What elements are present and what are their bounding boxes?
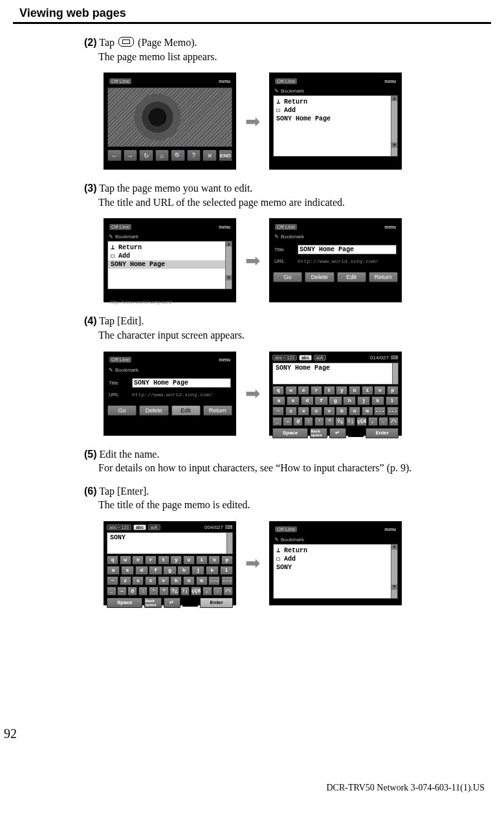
- key[interactable]: y: [336, 386, 347, 395]
- mode-toggle[interactable]: abc↔123: [272, 355, 297, 361]
- key[interactable]: w: [120, 555, 131, 565]
- key[interactable]: z: [120, 576, 131, 585]
- list-item[interactable]: SONY Home Page: [276, 115, 395, 123]
- key[interactable]: a: [107, 566, 120, 575]
- key[interactable]: /\: [389, 417, 399, 426]
- help-icon[interactable]: ?: [187, 150, 201, 161]
- key[interactable]: ---: [374, 407, 386, 416]
- key[interactable]: :: [138, 587, 148, 596]
- list-item[interactable]: ◻ Add: [276, 555, 395, 563]
- key[interactable]: o: [208, 555, 220, 565]
- delete-button[interactable]: Delete: [305, 272, 334, 282]
- key[interactable]: m: [196, 576, 208, 585]
- key[interactable]: t: [323, 386, 335, 395]
- key[interactable]: :: [304, 417, 314, 426]
- edit-button[interactable]: Edit: [337, 272, 366, 282]
- key[interactable]: k: [371, 396, 384, 405]
- key[interactable]: k: [206, 566, 219, 575]
- key[interactable]: g: [163, 566, 176, 575]
- close-icon[interactable]: ✕: [203, 150, 217, 161]
- key[interactable]: ~: [107, 576, 118, 585]
- key[interactable]: çÇß: [356, 417, 367, 426]
- key[interactable]: q: [272, 386, 284, 395]
- mode-abc[interactable]: abc: [133, 524, 146, 530]
- list-item[interactable]: SONY: [276, 563, 395, 572]
- key[interactable]: s: [287, 396, 300, 405]
- key[interactable]: l: [386, 396, 399, 405]
- key[interactable]: y: [170, 555, 182, 565]
- key[interactable]: /\: [223, 587, 233, 596]
- key[interactable]: ": [159, 587, 169, 596]
- go-button[interactable]: Go: [273, 272, 302, 282]
- key[interactable]: n: [349, 407, 360, 416]
- space-key[interactable]: Space: [272, 428, 308, 438]
- key[interactable]: i: [196, 555, 208, 565]
- key[interactable]: v: [323, 407, 335, 416]
- key[interactable]: x: [298, 407, 309, 416]
- key[interactable]: x: [132, 576, 144, 585]
- key[interactable]: ': [149, 587, 159, 596]
- key[interactable]: ': [314, 417, 324, 426]
- edit-button[interactable]: Edit: [171, 405, 201, 416]
- home-icon[interactable]: ⌂: [155, 150, 170, 161]
- key[interactable]: ,: [368, 417, 378, 426]
- search-icon[interactable]: 🔍: [171, 150, 185, 161]
- key[interactable]: u: [349, 386, 360, 395]
- list-item[interactable]: ⟂ Return: [111, 243, 229, 252]
- key[interactable]: ": [325, 417, 334, 426]
- end-button[interactable]: END: [219, 150, 233, 161]
- backspace-key[interactable]: Back space: [144, 598, 161, 608]
- key[interactable]: @: [127, 587, 137, 596]
- go-button[interactable]: Go: [107, 405, 137, 416]
- list-item[interactable]: ⟂ Return: [276, 98, 395, 106]
- key[interactable]: e: [298, 386, 309, 395]
- key[interactable]: çÇß: [191, 587, 201, 596]
- key[interactable]: j: [357, 396, 370, 405]
- key[interactable]: p: [221, 555, 233, 565]
- key[interactable]: d: [301, 396, 314, 405]
- key[interactable]: i: [362, 386, 373, 395]
- key[interactable]: .: [378, 417, 388, 426]
- key[interactable]: !¡: [346, 417, 356, 426]
- key[interactable]: o: [374, 386, 386, 395]
- key[interactable]: —: [117, 587, 127, 596]
- enter-key[interactable]: Enter: [366, 428, 399, 438]
- key[interactable]: —: [283, 417, 292, 426]
- key[interactable]: b: [170, 576, 182, 585]
- key[interactable]: @: [293, 417, 303, 426]
- key[interactable]: ---: [387, 407, 399, 416]
- enter-key[interactable]: Enter: [200, 598, 233, 608]
- key[interactable]: ?¿: [335, 417, 345, 426]
- key[interactable]: f: [149, 566, 162, 575]
- key[interactable]: ---: [221, 576, 233, 585]
- key[interactable]: z: [285, 407, 297, 416]
- key[interactable]: ~: [272, 407, 284, 416]
- backspace-key[interactable]: Back space: [310, 428, 327, 438]
- text-input[interactable]: SONY: [107, 532, 233, 554]
- key[interactable]: _: [107, 587, 116, 596]
- key[interactable]: r: [311, 386, 322, 395]
- key[interactable]: r: [145, 555, 157, 565]
- key[interactable]: g: [329, 396, 342, 405]
- forward-icon[interactable]: →: [124, 150, 138, 161]
- key[interactable]: v: [158, 576, 170, 585]
- key[interactable]: !¡: [181, 587, 190, 596]
- list-item[interactable]: ◻ Add: [276, 106, 395, 115]
- newline-key[interactable]: ↵: [164, 598, 181, 608]
- key[interactable]: u: [183, 555, 195, 565]
- key[interactable]: t: [158, 555, 170, 565]
- key[interactable]: a: [272, 396, 285, 405]
- key[interactable]: ?¿: [170, 587, 179, 596]
- list-item[interactable]: ◻ Add: [111, 252, 229, 260]
- key[interactable]: c: [311, 407, 322, 416]
- delete-button[interactable]: Delete: [139, 405, 168, 416]
- back-icon[interactable]: ←: [107, 150, 122, 161]
- key[interactable]: b: [336, 407, 347, 416]
- key[interactable]: n: [183, 576, 195, 585]
- reload-icon[interactable]: ↻: [139, 150, 153, 161]
- keyboard-toggle-icon[interactable]: ⌨: [391, 355, 399, 361]
- return-button[interactable]: Return: [369, 272, 398, 282]
- mode-abc[interactable]: abc: [299, 355, 312, 361]
- key[interactable]: ,: [203, 587, 212, 596]
- list-item[interactable]: ⟂ Return: [276, 546, 395, 555]
